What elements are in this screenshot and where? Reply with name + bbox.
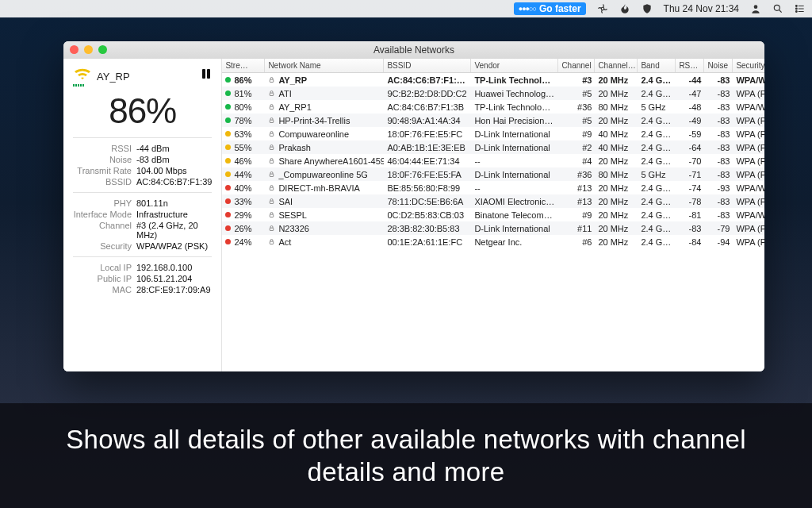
network-row[interactable]: 55%PrakashA0:AB:1B:1E:3E:EBD-Link Intern… — [222, 140, 764, 154]
detail-key: Noise — [73, 155, 136, 164]
svg-point-3 — [795, 6, 797, 7]
network-row[interactable]: 44%_Compuwareonline 5G18:0F:76:FE:E5:FAD… — [222, 167, 764, 181]
column-header[interactable]: Channel… — [595, 59, 638, 72]
column-header[interactable]: Vendor — [471, 59, 558, 72]
network-row[interactable]: 80%AY_RP1AC:84:C6:B7:F1:3BTP-Link Techno… — [222, 100, 764, 114]
table-header[interactable]: Stre…Network NameBSSIDVendorChannelChann… — [222, 59, 764, 73]
network-row[interactable]: 63%Compuwareonline18:0F:76:FE:E5:FCD-Lin… — [222, 127, 764, 140]
close-button[interactable] — [70, 45, 79, 54]
cell-band: 2.4 GHz — [638, 129, 676, 139]
cell-channel: #5 — [558, 116, 595, 125]
cell-strength: 40% — [222, 183, 265, 193]
cell-bssid: A0:AB:1B:1E:3E:EB — [384, 143, 471, 152]
cell-channel-width: 40 MHz — [595, 129, 638, 139]
zoom-button[interactable] — [98, 45, 107, 54]
cell-bssid: 9C:B2:B2:D8:DD:C2 — [384, 89, 471, 98]
cell-noise: -79 — [704, 224, 733, 233]
cell-security: WPA/WPA2 (PSK) — [733, 102, 764, 112]
window-title: Available Networks — [373, 44, 454, 56]
cell-strength: 78% — [222, 116, 265, 125]
cell-security: WPA/WPA2 (PSK) — [733, 75, 764, 85]
window-titlebar[interactable]: Available Networks — [63, 41, 764, 59]
cell-channel: #11 — [558, 224, 595, 233]
cell-channel-width: 20 MHz — [595, 75, 638, 85]
cell-channel: #36 — [558, 170, 595, 179]
network-row[interactable]: 86%AY_RPAC:84:C6:B7:F1:…TP-Link Technolo… — [222, 73, 764, 87]
network-row[interactable]: 26%N2332628:3B:82:30:B5:83D-Link Interna… — [222, 221, 764, 235]
menubar-list-icon[interactable] — [795, 3, 806, 14]
cell-security: WPA/WPA2 (PSK) — [733, 210, 764, 220]
sidebar-detail-row: MAC28:CF:E9:17:09:A9 — [73, 284, 212, 295]
cell-name: Prakash — [265, 143, 384, 152]
cell-vendor: D-Link International — [471, 224, 558, 233]
cell-band: 2.4 GHz — [638, 210, 676, 220]
menubar-datetime[interactable]: Thu 24 Nov 21:34 — [664, 3, 739, 14]
cell-channel: #9 — [558, 129, 595, 139]
lock-icon — [268, 76, 275, 83]
network-row[interactable]: 40%DIRECT-mh-BRAVIABE:85:56:80:F8:99--#1… — [222, 181, 764, 194]
cell-strength: 80% — [222, 102, 265, 112]
svg-rect-10 — [270, 133, 274, 136]
cell-strength: 86% — [222, 75, 265, 85]
cell-bssid: BE:85:56:80:F8:99 — [384, 183, 471, 193]
cell-band: 2.4 GHz — [638, 156, 676, 166]
menubar-flame-icon[interactable] — [619, 3, 630, 14]
cell-bssid: 28:3B:82:30:B5:83 — [384, 224, 471, 233]
cell-channel-width: 20 MHz — [595, 197, 638, 206]
menubar-shield-icon[interactable] — [642, 3, 653, 14]
cell-bssid: 90:48:9A:A1:4A:34 — [384, 116, 471, 125]
detail-key: MAC — [73, 285, 136, 294]
cell-bssid: 46:04:44:EE:71:34 — [384, 156, 471, 166]
cell-security: WPA/WPA2 (PSK) — [733, 183, 764, 193]
network-row[interactable]: 46%Share AnywhereA1601-45946:04:44:EE:71… — [222, 154, 764, 167]
cell-noise: -83 — [704, 89, 733, 98]
cell-strength: 26% — [222, 224, 265, 233]
cell-noise: -83 — [704, 143, 733, 152]
signal-dot-icon — [225, 131, 231, 137]
column-header[interactable]: Network Name — [265, 59, 384, 72]
signal-dot-icon — [225, 117, 231, 123]
menubar-user-icon[interactable] — [750, 3, 761, 14]
cell-vendor: Hon Hai Precision… — [471, 116, 558, 125]
network-row[interactable]: 81%ATI9C:B2:B2:D8:DD:C2Huawei Technologi… — [222, 87, 764, 100]
column-header[interactable]: Stre… — [222, 59, 265, 72]
cell-band: 5 GHz — [638, 102, 676, 112]
cell-rssi: -71 — [676, 170, 704, 179]
svg-point-1 — [754, 5, 758, 9]
table-body[interactable]: 86%AY_RPAC:84:C6:B7:F1:…TP-Link Technolo… — [222, 73, 764, 371]
lock-icon — [268, 157, 275, 164]
traffic-lights — [70, 45, 107, 54]
signal-dot-icon — [225, 212, 231, 217]
menubar-gofaster-pill[interactable]: ●●●○○ Go faster — [514, 2, 586, 15]
svg-rect-18 — [270, 241, 274, 244]
column-header[interactable]: Channel — [558, 59, 595, 72]
column-header[interactable]: RS… — [676, 59, 704, 72]
minimize-button[interactable] — [84, 45, 93, 54]
svg-point-5 — [795, 11, 797, 13]
cell-security: WPA (PSK) — [733, 89, 764, 98]
menubar-fan-icon[interactable] — [597, 3, 608, 14]
network-row[interactable]: 29%SESPL0C:D2:B5:83:CB:03Binatone Teleco… — [222, 208, 764, 221]
macos-menubar: ●●●○○ Go faster Thu 24 Nov 21:34 — [0, 0, 812, 17]
cell-bssid: AC:84:C6:B7:F1:3B — [384, 102, 471, 112]
pause-button[interactable] — [202, 69, 212, 79]
pill-dots-icon: ●●●○○ — [519, 5, 536, 13]
network-row[interactable]: 24%Act00:1E:2A:61:1E:FCNetgear Inc.#620 … — [222, 235, 764, 248]
menubar-search-icon[interactable] — [772, 3, 783, 14]
column-header[interactable]: Security — [733, 59, 764, 72]
cell-rssi: -48 — [676, 102, 704, 112]
column-header[interactable]: BSSID — [384, 59, 471, 72]
cell-rssi: -74 — [676, 183, 704, 193]
cell-rssi: -47 — [676, 89, 704, 98]
caption-text: Shows all details of other available net… — [32, 423, 780, 489]
column-header[interactable]: Band — [638, 59, 676, 72]
network-row[interactable]: 33%SAI78:11:DC:5E:B6:6AXIAOMI Electronic… — [222, 194, 764, 208]
column-header[interactable]: Noise — [704, 59, 733, 72]
network-row[interactable]: 78%HP-Print-34-Trellis90:48:9A:A1:4A:34H… — [222, 114, 764, 127]
cell-channel: #2 — [558, 143, 595, 152]
pill-label: Go faster — [539, 3, 581, 14]
lock-icon — [268, 117, 275, 124]
cell-name: HP-Print-34-Trellis — [265, 116, 384, 125]
cell-strength: 33% — [222, 197, 265, 206]
sidebar-detail-row: SecurityWPA/WPA2 (PSK) — [73, 241, 212, 252]
